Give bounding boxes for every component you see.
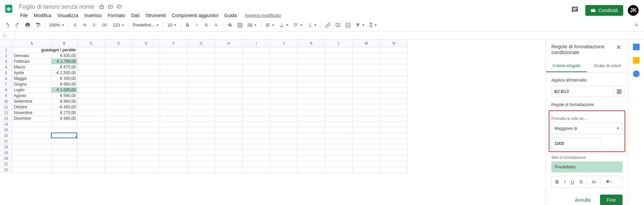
decrease-decimal-button[interactable]: .0↓ [90,21,98,30]
cell[interactable] [160,64,188,70]
cell[interactable] [353,127,380,133]
cell[interactable] [133,156,160,161]
cell[interactable]: € 680,00 [51,82,78,87]
cell[interactable] [12,167,51,173]
cell[interactable] [380,150,408,156]
cancel-button[interactable]: Annulla [568,195,597,205]
cell[interactable] [105,167,133,173]
cell[interactable] [298,139,325,144]
cell[interactable] [188,121,215,127]
cell[interactable] [188,53,215,59]
cell[interactable] [133,82,160,87]
cell[interactable] [325,47,353,53]
cell[interactable] [188,76,215,82]
cell[interactable] [12,133,51,139]
menu-guida[interactable]: Guida [221,11,239,19]
cell[interactable] [298,121,325,127]
cell[interactable] [298,104,325,110]
cell[interactable]: Maggio [12,76,51,82]
cell[interactable] [380,47,408,53]
cell[interactable] [215,144,243,150]
cell[interactable] [215,99,243,104]
cell[interactable] [242,133,269,139]
cell[interactable] [380,144,408,150]
cell[interactable] [188,167,215,173]
font-size-dropdown[interactable]: 10▼ [165,21,179,29]
cell[interactable] [160,59,188,64]
cell[interactable] [353,150,380,156]
row-header[interactable]: 19 [0,150,12,156]
cell[interactable] [380,139,408,144]
cell[interactable] [243,144,270,150]
cell[interactable] [380,161,408,167]
cell[interactable] [243,99,270,104]
cell[interactable] [353,76,380,82]
cell[interactable] [160,110,188,116]
cell[interactable] [78,64,105,70]
cell[interactable] [105,116,133,121]
cell[interactable] [353,139,380,144]
cell[interactable]: Novembre [12,110,51,116]
cell[interactable] [132,133,159,139]
cell[interactable] [353,161,380,167]
cell[interactable] [243,87,270,93]
h-align-button[interactable]: ▼ [263,21,277,29]
cell[interactable] [160,104,188,110]
cell[interactable] [270,47,298,53]
insert-comment-button[interactable] [333,21,343,30]
fmt-italic-button[interactable]: I [562,177,568,186]
italic-button[interactable]: I [193,21,201,30]
cell[interactable] [188,70,215,76]
row-header[interactable]: 7 [0,82,12,87]
col-header[interactable]: C [78,40,105,47]
cell[interactable] [133,70,160,76]
borders-button[interactable] [235,21,245,30]
cell[interactable] [298,144,325,150]
col-header[interactable]: E [133,40,160,47]
cell[interactable] [78,59,105,64]
cell[interactable] [78,127,105,133]
cell[interactable] [325,121,353,127]
cell[interactable] [270,116,298,121]
cell[interactable] [78,99,105,104]
cell[interactable] [133,139,160,144]
cell[interactable] [51,156,78,161]
cell[interactable]: Marzo [12,64,51,70]
col-header[interactable]: J [270,40,298,47]
cell[interactable] [380,121,408,127]
menu-file[interactable]: File [17,11,31,19]
cell[interactable] [12,161,51,167]
cell[interactable] [105,87,133,93]
cell[interactable] [325,110,353,116]
cell[interactable] [105,82,133,87]
cell[interactable] [105,144,133,150]
row-header[interactable]: 17 [0,139,12,144]
cell[interactable] [353,110,380,116]
cell[interactable] [243,64,270,70]
cell[interactable] [160,93,188,99]
tab-color-scale[interactable]: Scala di colori [587,60,628,72]
cell[interactable] [243,53,270,59]
cell[interactable] [380,99,408,104]
cell[interactable] [133,110,160,116]
cell[interactable] [298,93,325,99]
cell[interactable]: Giugno [12,82,51,87]
cell[interactable] [243,93,270,99]
cell[interactable] [78,110,105,116]
cell[interactable] [243,47,270,53]
cell[interactable] [214,133,242,139]
cell[interactable] [78,47,105,53]
cell[interactable] [298,127,325,133]
cell[interactable] [243,167,270,173]
cell[interactable] [78,82,105,87]
cell[interactable] [160,144,188,150]
cell[interactable] [270,64,298,70]
cell[interactable] [78,53,105,59]
tab-single-color[interactable]: Colore singolo [546,60,587,72]
cell[interactable] [105,59,133,64]
cell[interactable]: € 980,00 [51,99,78,104]
cell[interactable] [78,76,105,82]
menu-modifica[interactable]: Modifica [31,11,54,19]
cell[interactable] [188,59,215,64]
cell[interactable] [215,150,243,156]
